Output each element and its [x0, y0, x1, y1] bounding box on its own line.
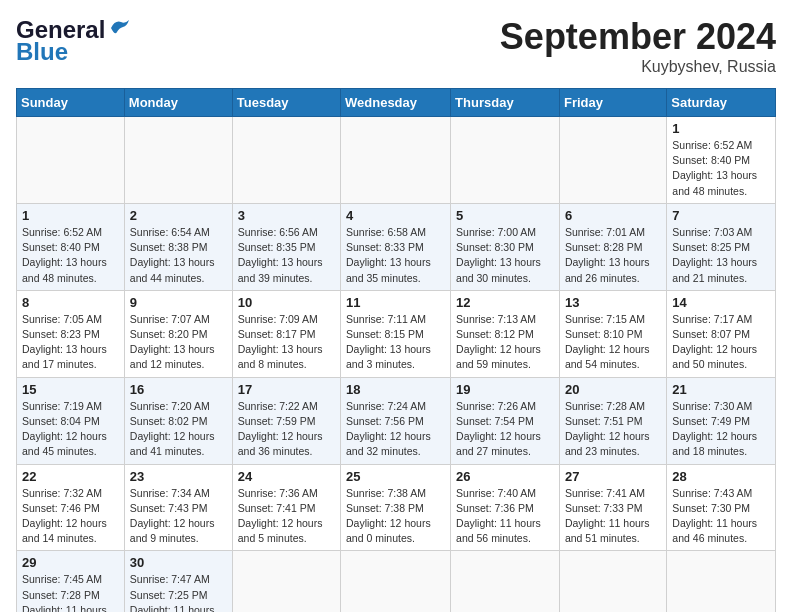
- calendar-cell: 27 Sunrise: 7:41 AMSunset: 7:33 PMDaylig…: [559, 464, 666, 551]
- col-tuesday: Tuesday: [232, 89, 340, 117]
- day-info: Sunrise: 7:45 AMSunset: 7:28 PMDaylight:…: [22, 573, 107, 612]
- calendar-cell: 1 Sunrise: 6:52 AMSunset: 8:40 PMDayligh…: [667, 117, 776, 204]
- day-number: 29: [22, 555, 119, 570]
- calendar-cell: 22 Sunrise: 7:32 AMSunset: 7:46 PMDaylig…: [17, 464, 125, 551]
- day-number: 11: [346, 295, 445, 310]
- day-number: 7: [672, 208, 770, 223]
- day-number: 21: [672, 382, 770, 397]
- col-saturday: Saturday: [667, 89, 776, 117]
- calendar-cell: 9 Sunrise: 7:07 AMSunset: 8:20 PMDayligh…: [124, 290, 232, 377]
- calendar-cell: 12 Sunrise: 7:13 AMSunset: 8:12 PMDaylig…: [451, 290, 560, 377]
- day-info: Sunrise: 7:15 AMSunset: 8:10 PMDaylight:…: [565, 313, 650, 371]
- calendar-cell: 30 Sunrise: 7:47 AMSunset: 7:25 PMDaylig…: [124, 551, 232, 612]
- calendar-week-5: 22 Sunrise: 7:32 AMSunset: 7:46 PMDaylig…: [17, 464, 776, 551]
- day-info: Sunrise: 7:03 AMSunset: 8:25 PMDaylight:…: [672, 226, 757, 284]
- day-number: 26: [456, 469, 554, 484]
- calendar-cell: 17 Sunrise: 7:22 AMSunset: 7:59 PMDaylig…: [232, 377, 340, 464]
- day-info: Sunrise: 7:36 AMSunset: 7:41 PMDaylight:…: [238, 487, 323, 545]
- day-info: Sunrise: 7:26 AMSunset: 7:54 PMDaylight:…: [456, 400, 541, 458]
- calendar-cell: 14 Sunrise: 7:17 AMSunset: 8:07 PMDaylig…: [667, 290, 776, 377]
- calendar-cell: [451, 551, 560, 612]
- day-info: Sunrise: 7:38 AMSunset: 7:38 PMDaylight:…: [346, 487, 431, 545]
- day-number: 1: [672, 121, 770, 136]
- day-info: Sunrise: 7:05 AMSunset: 8:23 PMDaylight:…: [22, 313, 107, 371]
- day-info: Sunrise: 7:24 AMSunset: 7:56 PMDaylight:…: [346, 400, 431, 458]
- day-info: Sunrise: 6:56 AMSunset: 8:35 PMDaylight:…: [238, 226, 323, 284]
- calendar-cell: 2 Sunrise: 6:54 AMSunset: 8:38 PMDayligh…: [124, 203, 232, 290]
- day-info: Sunrise: 7:01 AMSunset: 8:28 PMDaylight:…: [565, 226, 650, 284]
- calendar-cell: 23 Sunrise: 7:34 AMSunset: 7:43 PMDaylig…: [124, 464, 232, 551]
- day-number: 15: [22, 382, 119, 397]
- day-info: Sunrise: 7:19 AMSunset: 8:04 PMDaylight:…: [22, 400, 107, 458]
- day-info: Sunrise: 7:20 AMSunset: 8:02 PMDaylight:…: [130, 400, 215, 458]
- calendar-cell: 10 Sunrise: 7:09 AMSunset: 8:17 PMDaylig…: [232, 290, 340, 377]
- calendar-cell: 13 Sunrise: 7:15 AMSunset: 8:10 PMDaylig…: [559, 290, 666, 377]
- day-number: 9: [130, 295, 227, 310]
- day-number: 1: [22, 208, 119, 223]
- day-number: 22: [22, 469, 119, 484]
- calendar-cell: 5 Sunrise: 7:00 AMSunset: 8:30 PMDayligh…: [451, 203, 560, 290]
- calendar-cell: [667, 551, 776, 612]
- day-info: Sunrise: 7:32 AMSunset: 7:46 PMDaylight:…: [22, 487, 107, 545]
- day-number: 13: [565, 295, 661, 310]
- calendar-cell: [232, 551, 340, 612]
- calendar-cell: 15 Sunrise: 7:19 AMSunset: 8:04 PMDaylig…: [17, 377, 125, 464]
- day-info: Sunrise: 7:17 AMSunset: 8:07 PMDaylight:…: [672, 313, 757, 371]
- location-title: Kuybyshev, Russia: [500, 58, 776, 76]
- calendar-cell: [17, 117, 125, 204]
- calendar-week-2: 1 Sunrise: 6:52 AMSunset: 8:40 PMDayligh…: [17, 203, 776, 290]
- day-number: 16: [130, 382, 227, 397]
- logo-blue: Blue: [16, 38, 68, 66]
- month-title: September 2024: [500, 16, 776, 58]
- calendar-cell: 26 Sunrise: 7:40 AMSunset: 7:36 PMDaylig…: [451, 464, 560, 551]
- calendar-cell: [124, 117, 232, 204]
- day-number: 30: [130, 555, 227, 570]
- calendar-cell: [559, 117, 666, 204]
- day-info: Sunrise: 7:13 AMSunset: 8:12 PMDaylight:…: [456, 313, 541, 371]
- day-number: 4: [346, 208, 445, 223]
- calendar-cell: [341, 117, 451, 204]
- day-info: Sunrise: 7:34 AMSunset: 7:43 PMDaylight:…: [130, 487, 215, 545]
- col-monday: Monday: [124, 89, 232, 117]
- title-area: September 2024 Kuybyshev, Russia: [500, 16, 776, 76]
- calendar-cell: 28 Sunrise: 7:43 AMSunset: 7:30 PMDaylig…: [667, 464, 776, 551]
- day-number: 3: [238, 208, 335, 223]
- calendar-cell: 3 Sunrise: 6:56 AMSunset: 8:35 PMDayligh…: [232, 203, 340, 290]
- col-friday: Friday: [559, 89, 666, 117]
- day-number: 5: [456, 208, 554, 223]
- day-info: Sunrise: 6:58 AMSunset: 8:33 PMDaylight:…: [346, 226, 431, 284]
- calendar-cell: [451, 117, 560, 204]
- calendar-cell: 24 Sunrise: 7:36 AMSunset: 7:41 PMDaylig…: [232, 464, 340, 551]
- day-number: 19: [456, 382, 554, 397]
- day-number: 2: [130, 208, 227, 223]
- day-info: Sunrise: 6:54 AMSunset: 8:38 PMDaylight:…: [130, 226, 215, 284]
- calendar-cell: 1 Sunrise: 6:52 AMSunset: 8:40 PMDayligh…: [17, 203, 125, 290]
- calendar-week-1: 1 Sunrise: 6:52 AMSunset: 8:40 PMDayligh…: [17, 117, 776, 204]
- col-thursday: Thursday: [451, 89, 560, 117]
- day-info: Sunrise: 7:43 AMSunset: 7:30 PMDaylight:…: [672, 487, 757, 545]
- calendar-cell: 4 Sunrise: 6:58 AMSunset: 8:33 PMDayligh…: [341, 203, 451, 290]
- day-number: 28: [672, 469, 770, 484]
- day-number: 27: [565, 469, 661, 484]
- calendar-week-6: 29 Sunrise: 7:45 AMSunset: 7:28 PMDaylig…: [17, 551, 776, 612]
- calendar-cell: 19 Sunrise: 7:26 AMSunset: 7:54 PMDaylig…: [451, 377, 560, 464]
- day-info: Sunrise: 6:52 AMSunset: 8:40 PMDaylight:…: [22, 226, 107, 284]
- calendar-cell: 16 Sunrise: 7:20 AMSunset: 8:02 PMDaylig…: [124, 377, 232, 464]
- day-number: 18: [346, 382, 445, 397]
- calendar-cell: 18 Sunrise: 7:24 AMSunset: 7:56 PMDaylig…: [341, 377, 451, 464]
- calendar-cell: 29 Sunrise: 7:45 AMSunset: 7:28 PMDaylig…: [17, 551, 125, 612]
- day-number: 12: [456, 295, 554, 310]
- day-number: 24: [238, 469, 335, 484]
- day-info: Sunrise: 7:09 AMSunset: 8:17 PMDaylight:…: [238, 313, 323, 371]
- day-number: 17: [238, 382, 335, 397]
- calendar-cell: 25 Sunrise: 7:38 AMSunset: 7:38 PMDaylig…: [341, 464, 451, 551]
- day-info: Sunrise: 7:30 AMSunset: 7:49 PMDaylight:…: [672, 400, 757, 458]
- calendar-table: Sunday Monday Tuesday Wednesday Thursday…: [16, 88, 776, 612]
- calendar-week-4: 15 Sunrise: 7:19 AMSunset: 8:04 PMDaylig…: [17, 377, 776, 464]
- calendar-cell: 6 Sunrise: 7:01 AMSunset: 8:28 PMDayligh…: [559, 203, 666, 290]
- col-wednesday: Wednesday: [341, 89, 451, 117]
- day-number: 25: [346, 469, 445, 484]
- day-info: Sunrise: 6:52 AMSunset: 8:40 PMDaylight:…: [672, 139, 757, 197]
- day-info: Sunrise: 7:00 AMSunset: 8:30 PMDaylight:…: [456, 226, 541, 284]
- day-info: Sunrise: 7:22 AMSunset: 7:59 PMDaylight:…: [238, 400, 323, 458]
